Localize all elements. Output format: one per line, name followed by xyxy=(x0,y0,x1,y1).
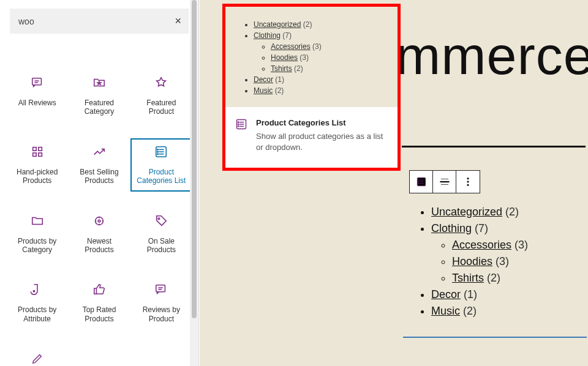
category-count: (1) xyxy=(273,75,284,84)
editor-canvas: mmerce Uncategorized (2)Clothing (7)Acce… xyxy=(200,0,588,366)
tag-icon xyxy=(154,212,168,230)
close-icon[interactable]: × xyxy=(175,15,181,28)
toolbar-align-button[interactable] xyxy=(433,171,456,193)
list-box-icon xyxy=(235,118,247,153)
block-tile-hand-picked-products[interactable]: Hand-picked Products xyxy=(7,140,67,190)
category-count: (2) xyxy=(502,206,519,218)
scrollbar[interactable] xyxy=(190,0,198,366)
search-input[interactable] xyxy=(17,16,175,27)
category-list-block[interactable]: Uncategorized (2)Clothing (7)Accessories… xyxy=(415,202,528,321)
category-count: (3) xyxy=(311,42,322,51)
category-item: Decor (1) xyxy=(431,288,528,301)
block-tile-label: Top Rated Products xyxy=(72,305,126,323)
folder-star-icon xyxy=(92,74,106,91)
category-count: (2) xyxy=(273,86,284,95)
block-selection-underline xyxy=(403,337,587,338)
block-tile-label: Hand-picked Products xyxy=(10,168,64,185)
category-link[interactable]: Tshirts xyxy=(271,64,292,73)
block-tile-product-categories-list[interactable]: Product Categories List xyxy=(132,140,191,190)
block-tile-top-rated-products[interactable]: Top Rated Products xyxy=(69,277,129,328)
block-inserter-sidebar: × All ReviewsFeatured CategoryFeatured P… xyxy=(0,0,199,366)
block-description-card: Product Categories List Show all product… xyxy=(225,107,398,168)
preview-category-list: Uncategorized (2)Clothing (7)Accessories… xyxy=(225,14,398,107)
category-count: (2) xyxy=(301,20,312,29)
category-count: (1) xyxy=(461,288,477,301)
category-link[interactable]: Music xyxy=(431,305,460,317)
category-link[interactable]: Accessories xyxy=(452,239,511,251)
block-tile-label: Reviews by Product xyxy=(134,305,188,323)
block-tile-products-by-attribute[interactable]: Products by Attribute xyxy=(7,277,67,328)
block-tile-label: Products by Category xyxy=(10,237,64,255)
category-count: (2) xyxy=(460,305,477,317)
category-link[interactable]: Clothing xyxy=(431,222,472,234)
category-item: Accessories (3) xyxy=(271,42,385,51)
category-link[interactable]: Uncategorized xyxy=(254,20,301,29)
grid-icon xyxy=(31,143,44,160)
block-toolbar xyxy=(409,170,480,193)
category-link[interactable]: Decor xyxy=(431,288,461,301)
sparkle-icon xyxy=(92,212,106,230)
category-link[interactable]: Hoodies xyxy=(271,53,298,62)
category-item: Music (2) xyxy=(254,86,385,95)
category-count: (3) xyxy=(492,255,509,267)
category-count: (7) xyxy=(472,222,488,234)
folder-icon xyxy=(31,212,44,230)
category-item: Hoodies (3) xyxy=(452,255,528,268)
toolbar-block-type-button[interactable] xyxy=(410,171,433,193)
category-item: Uncategorized (2) xyxy=(431,206,528,218)
category-link[interactable]: Accessories xyxy=(271,42,311,51)
block-tile-label: Featured Category xyxy=(72,99,126,116)
block-tile-best-selling-products[interactable]: Best Selling Products xyxy=(69,140,129,190)
block-description-text: Show all product categories as a list or… xyxy=(256,131,388,153)
block-tile-label: Product Categories List xyxy=(134,168,188,185)
block-preview-callout: Uncategorized (2)Clothing (7)Accessories… xyxy=(222,4,401,171)
category-item: Hoodies (3) xyxy=(271,53,385,62)
block-tile-reviews-by-product[interactable]: Reviews by Product xyxy=(132,277,191,328)
category-link[interactable]: Music xyxy=(254,86,273,95)
category-item: Decor (1) xyxy=(254,75,385,84)
category-count: (3) xyxy=(298,53,309,62)
hr-divider xyxy=(402,146,586,148)
chat-icon xyxy=(31,74,44,91)
category-item: Uncategorized (2) xyxy=(254,20,385,29)
block-tile-label: Featured Product xyxy=(134,99,188,116)
category-count: (7) xyxy=(281,31,292,40)
toolbar-more-button[interactable] xyxy=(456,171,480,193)
category-link[interactable]: Hoodies xyxy=(452,255,492,267)
chat-icon xyxy=(154,281,168,298)
category-item: Tshirts (2) xyxy=(271,64,385,73)
category-link[interactable]: Decor xyxy=(254,75,273,84)
block-tile-featured-product[interactable]: Featured Product xyxy=(132,70,191,121)
category-item: Clothing (7)Accessories (3)Hoodies (3)Ts… xyxy=(254,31,385,73)
category-item: Music (2) xyxy=(431,305,528,318)
list-box-icon xyxy=(154,143,168,160)
block-tile-all-reviews[interactable]: All Reviews xyxy=(7,70,67,121)
category-link[interactable]: Tshirts xyxy=(452,272,484,284)
category-count: (2) xyxy=(292,64,303,73)
category-item: Tshirts (2) xyxy=(452,272,528,285)
thumb-icon xyxy=(92,281,106,298)
block-tile-featured-category[interactable]: Featured Category xyxy=(69,70,129,121)
block-tile-newest-products[interactable]: Newest Products xyxy=(69,209,129,260)
block-tile-products-by-category[interactable]: Products by Category xyxy=(7,209,67,260)
page-title-fragment: mmerce xyxy=(396,24,588,87)
swatch-icon xyxy=(31,281,44,298)
block-description-title: Product Categories List xyxy=(256,118,388,127)
category-link[interactable]: Clothing xyxy=(254,31,281,40)
block-tile-label: Products by Attribute xyxy=(10,305,64,323)
edit-icon xyxy=(31,350,44,366)
category-link[interactable]: Uncategorized xyxy=(431,206,502,218)
block-tile-label: Newest Products xyxy=(72,237,126,255)
search-field[interactable]: × xyxy=(10,9,189,34)
category-item: Clothing (7)Accessories (3)Hoodies (3)Ts… xyxy=(431,222,528,285)
block-tile-label: All Reviews xyxy=(18,99,56,107)
block-tile-label: Best Selling Products xyxy=(72,168,126,185)
trend-icon xyxy=(92,143,106,160)
block-tile-partial[interactable] xyxy=(7,346,67,366)
category-count: (3) xyxy=(511,239,528,251)
block-tile-label: On Sale Products xyxy=(134,237,188,255)
block-tile-on-sale-products[interactable]: On Sale Products xyxy=(132,209,191,260)
category-count: (2) xyxy=(484,272,500,284)
category-item: Accessories (3) xyxy=(452,239,528,252)
star-icon xyxy=(154,74,168,91)
